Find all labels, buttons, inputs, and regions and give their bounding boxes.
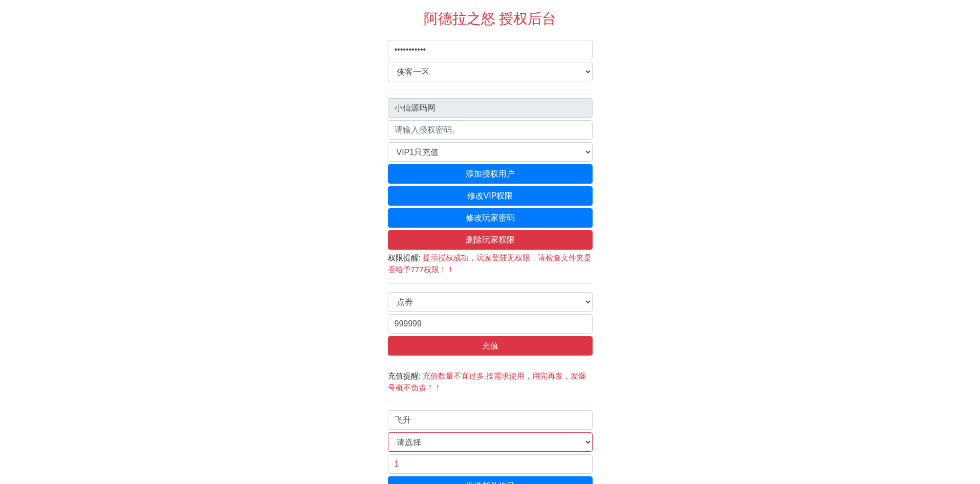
vip-level-select[interactable]: VIP1只充值 — [388, 142, 593, 162]
item-select[interactable]: 请选择 — [388, 432, 593, 452]
item-name-input[interactable] — [388, 410, 593, 430]
divider — [388, 283, 593, 284]
recharge-hint-label: 充值提醒: — [388, 371, 423, 380]
delete-permission-button[interactable]: 删除玩家权限 — [388, 230, 593, 250]
add-auth-user-button[interactable]: 添加授权用户 — [388, 164, 593, 184]
divider — [388, 402, 593, 402]
permission-hint-label: 权限提醒: — [388, 253, 423, 262]
recharge-hint: 充值提醒: 充值数量不宜过多,按需求使用，用完再发，发爆号概不负责！！ — [388, 370, 593, 393]
send-mail-item-button[interactable]: 发送邮件物品 — [388, 476, 593, 484]
modify-password-button[interactable]: 修改玩家密码 — [388, 208, 593, 228]
recharge-amount-input[interactable] — [388, 314, 593, 334]
auth-password-input[interactable] — [388, 120, 593, 140]
currency-type-select[interactable]: 点券 — [388, 292, 593, 312]
source-name-input — [388, 98, 593, 118]
region-select[interactable]: 侠客一区 — [388, 62, 593, 81]
permission-hint: 权限提醒: 提示授权成功，玩家登陆无权限，请检查文件夹是否给予777权限！！ — [388, 252, 593, 275]
divider — [388, 90, 593, 90]
quantity-input[interactable] — [388, 454, 593, 474]
recharge-button[interactable]: 充值 — [388, 336, 593, 356]
modify-vip-button[interactable]: 修改VIP权限 — [388, 186, 593, 206]
admin-password-input[interactable] — [388, 40, 593, 59]
page-title: 阿德拉之怒 授权后台 — [206, 8, 774, 30]
